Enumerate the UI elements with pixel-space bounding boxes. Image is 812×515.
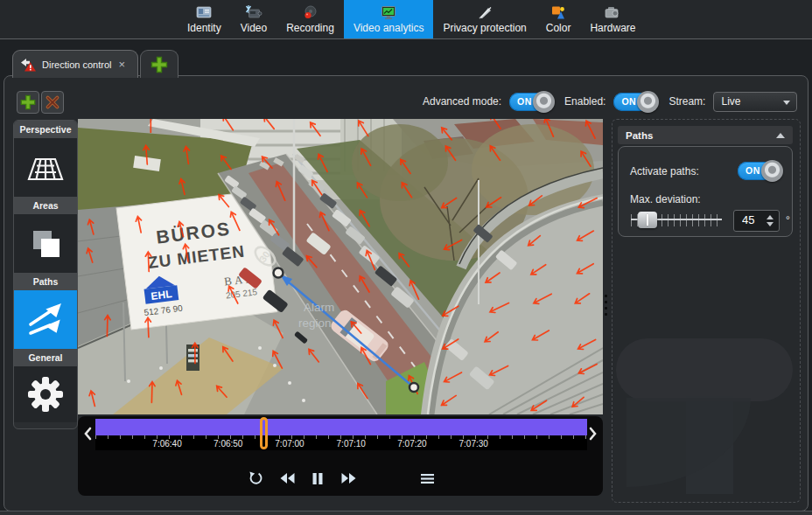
toggle-on-text: ON [621, 96, 636, 107]
toggle-knob [533, 91, 555, 113]
nav-tab-privacy-protection[interactable]: Privacy protection [433, 0, 536, 38]
activate-paths-toggle[interactable]: ON [738, 162, 781, 180]
nav-tab-hardware[interactable]: Hardware [580, 0, 645, 38]
timeline-tick-label: 7:07:10 [337, 439, 366, 449]
pane-splitter-handle[interactable] [604, 295, 607, 323]
nav-label: Identity [187, 22, 221, 34]
timeline-tick-label: 7:07:20 [397, 439, 426, 449]
timeline-scroll-left-button[interactable] [80, 422, 94, 445]
timeline-position-marker[interactable] [260, 417, 268, 449]
sidebar-item-paths[interactable] [14, 290, 77, 349]
max-deviation-spinner[interactable] [733, 210, 780, 232]
sidebar-label-areas: Areas [14, 197, 77, 214]
nav-label: Color [546, 22, 571, 34]
nav-tab-video-analytics[interactable]: Video analytics [344, 0, 434, 38]
plus-icon [150, 55, 169, 74]
chevron-left-icon [83, 427, 92, 441]
sidebar-label-perspective: Perspective [14, 121, 77, 138]
playback-menu-button[interactable] [414, 467, 440, 490]
fast-forward-button[interactable] [335, 467, 361, 490]
top-nav-bar: Identity Video Recording Video analytics… [0, 0, 812, 39]
direction-control-icon [20, 57, 37, 73]
areas-icon [26, 225, 65, 263]
path-endpoint-handle[interactable] [274, 268, 284, 278]
max-deviation-input[interactable] [740, 212, 766, 227]
alarm-region-label-line1: Alarm [304, 301, 334, 314]
window-bottom-edge [0, 511, 812, 515]
paths-icon [25, 302, 66, 338]
recording-icon [302, 4, 319, 20]
plus-icon [19, 94, 37, 111]
nav-label: Hardware [590, 22, 635, 34]
timeline-tick-label: 7:07:00 [275, 439, 304, 449]
playback-panel: 7:06:407:06:507:07:007:07:107:07:207:07:… [78, 416, 603, 496]
rewind-icon [279, 472, 296, 484]
path-endpoint-handle[interactable] [410, 383, 418, 392]
max-deviation-label: Max. deviation: [630, 193, 701, 205]
advanced-mode-toggle[interactable]: ON [509, 93, 553, 111]
loop-button[interactable] [242, 467, 269, 490]
nav-tab-identity[interactable]: Identity [178, 0, 231, 38]
pause-icon [312, 472, 324, 485]
paths-panel-title: Paths [626, 130, 653, 141]
rewind-button[interactable] [274, 467, 300, 490]
hardware-icon [604, 4, 621, 20]
sidebar-label-general: General [14, 349, 77, 366]
timeline-ruler[interactable]: 7:06:407:06:507:07:007:07:107:07:207:07:… [95, 435, 587, 450]
nav-tab-video[interactable]: Video [231, 0, 276, 38]
nav-label: Video analytics [354, 22, 424, 34]
sidebar-item-areas[interactable] [14, 214, 77, 273]
timeline-recording-bar[interactable] [95, 419, 587, 435]
pause-button[interactable] [304, 467, 331, 490]
stream-dropdown[interactable]: Live [713, 92, 797, 112]
spin-down-icon[interactable] [766, 222, 774, 226]
chevron-right-icon [589, 427, 598, 441]
advanced-mode-label: Advanced mode: [423, 95, 501, 108]
toolbar-right-controls: Advanced mode: ON Enabled: ON Stream: Li… [423, 91, 797, 112]
tab-direction-control[interactable]: Direction control × [12, 50, 138, 78]
camera-ghost-image [616, 338, 793, 401]
video-icon [245, 4, 262, 20]
toggle-knob [761, 160, 783, 182]
paths-accordion-header[interactable]: Paths [618, 126, 793, 144]
nav-label: Recording [286, 22, 334, 34]
add-tab-button[interactable] [140, 50, 178, 78]
identity-icon [195, 4, 213, 20]
properties-panel: Paths Activate paths: ON Max. deviation:… [612, 119, 801, 503]
timeline-scroll-right-button[interactable] [586, 422, 600, 445]
spin-up-icon[interactable] [766, 215, 774, 219]
privacy-protection-icon [476, 4, 494, 20]
sidebar-item-perspective[interactable] [14, 138, 77, 197]
loop-icon [248, 470, 263, 486]
content-panel: Advanced mode: ON Enabled: ON Stream: Li… [4, 75, 808, 512]
delete-x-icon [45, 94, 60, 110]
menu-icon [420, 473, 435, 484]
enabled-toggle[interactable]: ON [613, 93, 657, 111]
slider-knob[interactable] [638, 212, 657, 228]
sidebar-label-paths: Paths [14, 273, 77, 290]
paths-accordion-body: Activate paths: ON Max. deviation: ° [618, 146, 793, 237]
max-deviation-slider[interactable] [631, 214, 722, 226]
sidebar-item-general[interactable] [14, 366, 77, 422]
toggle-on-text: ON [746, 165, 760, 176]
stream-label: Stream: [668, 95, 705, 108]
toggle-on-text: ON [517, 96, 532, 107]
enabled-label: Enabled: [564, 95, 606, 108]
nav-label: Video [241, 22, 267, 34]
alarm-region-label-line2: region [298, 317, 332, 330]
banner-logo: EHL [150, 288, 173, 303]
tab-label: Direction control [42, 59, 111, 70]
timeline-tick-label: 7:07:30 [458, 439, 487, 449]
gear-icon [26, 375, 65, 414]
video-canvas[interactable]: BÜROS ZU MIETEN EHL 512 76 90 BAR 205 21… [78, 119, 603, 414]
add-path-button[interactable] [17, 91, 39, 114]
stream-value: Live [721, 95, 740, 108]
nav-tab-color[interactable]: Color [536, 0, 581, 38]
video-analytics-icon [380, 4, 397, 20]
tool-sidebar: Perspective Areas Paths [13, 120, 78, 429]
tab-close-icon[interactable]: × [118, 60, 125, 69]
delete-path-button[interactable] [41, 91, 64, 114]
fast-forward-icon [340, 472, 357, 484]
nav-tab-recording[interactable]: Recording [276, 0, 344, 38]
top-nav: Identity Video Recording Video analytics… [178, 0, 645, 38]
